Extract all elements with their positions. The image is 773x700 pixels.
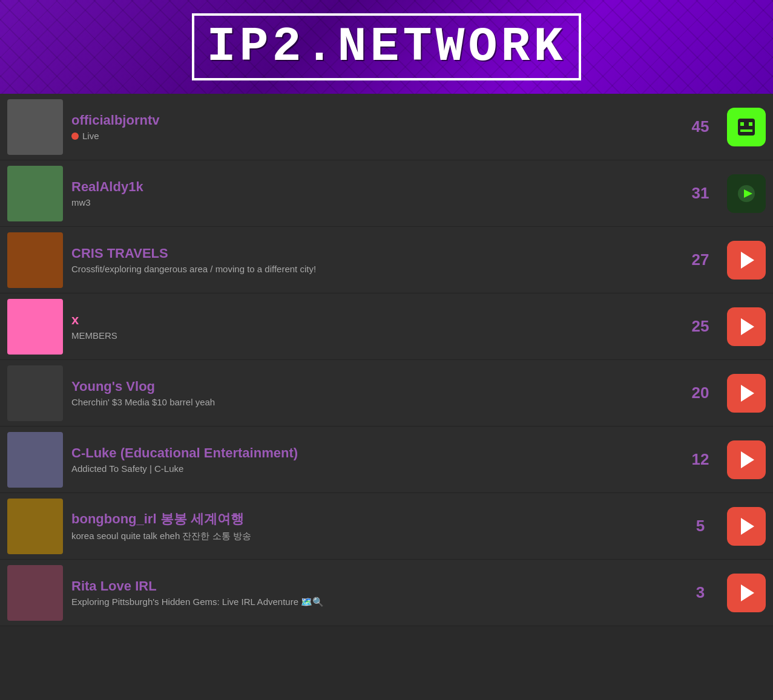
stream-name: bongbong_irl 봉봉 세계여행	[71, 510, 674, 528]
youtube-play-icon	[741, 385, 754, 402]
stream-subtitle: Addicted To Safety | C-Luke	[71, 463, 674, 474]
stream-subtitle: Cherchin' $3 Media $10 barrel yeah	[71, 397, 674, 407]
platform-icon[interactable]	[727, 440, 766, 479]
platform-icon[interactable]	[727, 374, 766, 413]
stream-subtitle: mw3	[71, 197, 674, 208]
live-dot	[71, 132, 79, 140]
stream-name: C-Luke (Educational Entertainment)	[71, 445, 674, 461]
stream-info: CRIS TRAVELSCrossfit/exploring dangerous…	[71, 246, 674, 274]
site-title: IP2.NETWORK	[192, 13, 581, 80]
stream-name: Young's Vlog	[71, 379, 674, 394]
stream-list: officialbjorntvLive45 RealAldy1kmw331 CR…	[0, 94, 773, 626]
viewer-count: 3	[682, 583, 719, 602]
youtube-play-icon	[741, 252, 754, 269]
stream-info: officialbjorntvLive	[71, 113, 674, 141]
viewer-count: 27	[682, 250, 719, 269]
stream-name: Rita Love IRL	[71, 578, 674, 594]
site-header: IP2.NETWORK	[0, 0, 773, 94]
platform-icon[interactable]	[727, 241, 766, 280]
stream-row[interactable]: Young's VlogCherchin' $3 Media $10 barre…	[0, 360, 773, 427]
svg-rect-0	[738, 119, 755, 136]
svg-rect-1	[740, 122, 744, 126]
stream-subtitle: MEMBERS	[71, 330, 674, 341]
stream-thumbnail	[7, 99, 63, 155]
stream-info: RealAldy1kmw3	[71, 179, 674, 208]
stream-thumbnail	[7, 166, 63, 221]
rumble-icon	[735, 183, 757, 204]
stream-name: CRIS TRAVELS	[71, 246, 674, 261]
stream-row[interactable]: CRIS TRAVELSCrossfit/exploring dangerous…	[0, 227, 773, 293]
svg-rect-3	[740, 129, 752, 132]
stream-subtitle: Exploring Pittsburgh's Hidden Gems: Live…	[71, 597, 674, 607]
stream-row[interactable]: RealAldy1kmw331	[0, 160, 773, 227]
svg-rect-2	[749, 122, 752, 126]
youtube-play-icon	[741, 451, 754, 468]
app-container: IP2.NETWORK officialbjorntvLive45 RealAl…	[0, 0, 773, 626]
stream-thumbnail	[7, 299, 63, 355]
youtube-play-icon	[741, 518, 754, 535]
stream-thumbnail	[7, 365, 63, 421]
stream-name: officialbjorntv	[71, 113, 674, 128]
stream-info: bongbong_irl 봉봉 세계여행korea seoul quite ta…	[71, 510, 674, 542]
viewer-count: 31	[682, 184, 719, 203]
stream-name: x	[71, 312, 674, 328]
stream-row[interactable]: officialbjorntvLive45	[0, 94, 773, 160]
viewer-count: 25	[682, 317, 719, 336]
stream-subtitle: korea seoul quite talk eheh 잔잔한 소통 방송	[71, 531, 674, 542]
live-label: Live	[82, 131, 99, 141]
stream-info: C-Luke (Educational Entertainment)Addict…	[71, 445, 674, 474]
stream-row[interactable]: xMEMBERS25	[0, 293, 773, 360]
viewer-count: 45	[682, 117, 719, 136]
stream-info: Young's VlogCherchin' $3 Media $10 barre…	[71, 379, 674, 407]
youtube-play-icon	[741, 318, 754, 335]
viewer-count: 12	[682, 450, 719, 469]
viewer-count: 20	[682, 384, 719, 402]
stream-info: Rita Love IRLExploring Pittsburgh's Hidd…	[71, 578, 674, 607]
stream-subtitle: Crossfit/exploring dangerous area / movi…	[71, 264, 674, 274]
stream-name: RealAldy1k	[71, 179, 674, 195]
stream-row[interactable]: Rita Love IRLExploring Pittsburgh's Hidd…	[0, 560, 773, 626]
stream-info: xMEMBERS	[71, 312, 674, 341]
viewer-count: 5	[682, 517, 719, 535]
kick-icon	[735, 116, 757, 138]
stream-thumbnail	[7, 565, 63, 621]
stream-thumbnail	[7, 432, 63, 488]
platform-icon[interactable]	[727, 108, 766, 146]
platform-icon[interactable]	[727, 574, 766, 612]
platform-icon[interactable]	[727, 174, 766, 213]
youtube-play-icon	[741, 584, 754, 601]
stream-row[interactable]: C-Luke (Educational Entertainment)Addict…	[0, 427, 773, 493]
stream-thumbnail	[7, 499, 63, 554]
platform-icon[interactable]	[727, 507, 766, 546]
stream-thumbnail	[7, 232, 63, 288]
platform-icon[interactable]	[727, 307, 766, 346]
stream-row[interactable]: bongbong_irl 봉봉 세계여행korea seoul quite ta…	[0, 493, 773, 560]
live-badge: Live	[71, 131, 674, 141]
